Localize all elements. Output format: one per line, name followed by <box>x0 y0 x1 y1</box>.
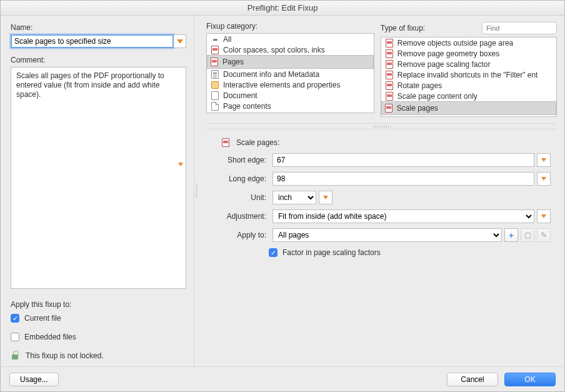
unit-label: Unit: <box>212 193 266 202</box>
txt-icon <box>211 70 219 79</box>
name-row <box>11 34 186 48</box>
lock-status: This fixup is not locked. <box>11 351 186 360</box>
apply-to-select[interactable]: All pages <box>272 228 502 242</box>
embedded-files-label: Embedded files <box>24 333 76 341</box>
fixup-type-item[interactable]: Remove objects outside page area <box>381 38 556 48</box>
section-header: Scale pages: <box>221 138 557 147</box>
fixup-type-item[interactable]: Remove page geometry boxes <box>381 48 556 59</box>
unit-select[interactable]: inch <box>272 191 316 204</box>
ok-button[interactable]: OK <box>504 373 556 386</box>
checkbox-icon: ✓ <box>269 248 278 257</box>
chevron-down-icon <box>178 163 183 175</box>
fixup-type-item[interactable]: Remove page scaling factor <box>381 59 556 69</box>
checkbox-icon <box>11 333 19 341</box>
long-edge-input[interactable] <box>272 172 534 186</box>
vertical-splitter[interactable] <box>194 16 199 366</box>
fixup-category-column: Fixup category: AllColor spaces, spot co… <box>206 22 374 117</box>
cancel-button[interactable]: Cancel <box>447 373 498 386</box>
add-page-filter-button[interactable]: ＋ <box>504 228 518 242</box>
comment-text: Scales all pages of the PDF proportional… <box>16 71 164 99</box>
pdf-icon <box>386 60 393 69</box>
fixup-type-item[interactable]: Scale page content only <box>381 91 556 101</box>
fixup-type-label: Type of fixup: <box>381 24 425 33</box>
list-item-label: Page contents <box>223 102 271 111</box>
dialog-footer: Usage... Cancel OK <box>1 366 564 391</box>
list-item-label: Scale page content only <box>398 92 478 101</box>
horizontal-splitter[interactable] <box>206 123 557 129</box>
apply-to-label: Apply this fixup to: <box>11 300 186 309</box>
list-item-label: Remove page geometry boxes <box>398 49 499 58</box>
pdf-icon <box>386 71 393 79</box>
name-label: Name: <box>11 23 186 32</box>
current-file-label: Current file <box>24 314 61 323</box>
fixup-type-item[interactable]: Scale pages <box>381 101 556 115</box>
category-item[interactable]: Color spaces, spot colors, inks <box>207 44 374 55</box>
unlock-icon[interactable] <box>11 351 19 360</box>
category-item[interactable]: All <box>207 34 374 44</box>
fixup-type-column: Type of fixup: Remove objects outside pa… <box>381 22 557 117</box>
short-edge-label: Short edge: <box>212 156 266 164</box>
name-input[interactable] <box>11 34 174 48</box>
comment-textarea[interactable]: Scales all pages of the PDF proportional… <box>11 67 186 289</box>
pdf-icon <box>211 58 218 66</box>
name-dropdown-button[interactable] <box>174 34 186 48</box>
form-icon <box>211 81 219 89</box>
current-file-checkbox[interactable]: ✓ Current file <box>11 314 186 323</box>
list-item-label: Replace invalid shortcuts in the "Filter… <box>398 71 538 79</box>
long-edge-variable-button[interactable] <box>537 172 551 186</box>
comment-variable-button[interactable] <box>178 166 183 176</box>
apply-to-label: Apply to: <box>212 231 266 239</box>
list-item-label: Scale pages <box>397 104 438 113</box>
list-item-label: Color spaces, spot colors, inks <box>223 46 325 54</box>
edit-page-filter-button: ✎ <box>537 228 551 242</box>
window-title: Preflight: Edit Fixup <box>1 1 564 16</box>
category-item[interactable]: Page contents <box>207 101 374 111</box>
copy-page-filter-button: ▢ <box>521 228 534 242</box>
pdf-icon <box>386 92 393 101</box>
fixup-type-list[interactable]: Remove objects outside page areaRemove p… <box>381 37 557 117</box>
adjustment-variable-button[interactable] <box>537 209 551 223</box>
form-grid: Short edge: Long edge: Unit: inch Adjust… <box>212 153 551 242</box>
pdf-icon <box>222 138 229 147</box>
fixup-category-list[interactable]: AllColor spaces, spot colors, inksPagesD… <box>206 33 374 113</box>
pdf-icon <box>386 49 393 58</box>
unit-variable-button[interactable] <box>319 191 332 204</box>
list-item-label: All <box>223 35 231 44</box>
category-item[interactable]: Interactive elements and properties <box>207 79 374 90</box>
adjustment-select[interactable]: Fit from inside (add white space) <box>272 209 534 223</box>
right-pane: Fixup category: AllColor spaces, spot co… <box>199 16 564 366</box>
chevron-down-icon <box>323 196 328 199</box>
pdf-icon <box>386 39 393 48</box>
preflight-edit-fixup-window: Preflight: Edit Fixup Name: Comment: Sca… <box>0 0 565 392</box>
short-edge-variable-button[interactable] <box>537 153 551 167</box>
category-item[interactable]: Document info and Metadata <box>207 69 374 79</box>
short-edge-input[interactable] <box>272 153 534 167</box>
adjustment-label: Adjustment: <box>212 212 266 221</box>
list-item-label: Interactive elements and properties <box>223 81 340 89</box>
chevron-down-icon <box>541 214 546 218</box>
list-item-label: Document info and Metadata <box>223 70 319 79</box>
chevron-down-icon <box>541 177 546 181</box>
pdf-icon <box>211 46 219 54</box>
list-item-label: Document <box>223 91 258 100</box>
usage-button[interactable]: Usage... <box>9 373 59 386</box>
doc-icon <box>211 91 219 100</box>
embedded-files-checkbox[interactable]: Embedded files <box>11 333 186 341</box>
left-pane: Name: Comment: Scales all pages of the P… <box>1 16 194 366</box>
long-edge-label: Long edge: <box>212 174 266 183</box>
pdf-icon <box>386 81 393 90</box>
comment-label: Comment: <box>11 56 186 64</box>
factor-checkbox[interactable]: ✓ Factor in page scaling factors <box>269 248 557 257</box>
checkbox-icon: ✓ <box>11 314 19 323</box>
list-item-label: Remove objects outside page area <box>398 39 513 48</box>
top-lists: Fixup category: AllColor spaces, spot co… <box>206 22 557 117</box>
list-item-label: Pages <box>222 58 244 66</box>
find-input[interactable] <box>482 22 557 34</box>
list-item-label: Rotate pages <box>398 81 442 90</box>
category-item[interactable]: Pages <box>207 55 374 69</box>
category-item[interactable]: Document <box>207 90 374 101</box>
fixup-type-item[interactable]: Rotate pages <box>381 80 556 91</box>
dots-icon <box>213 35 217 44</box>
chevron-down-icon <box>541 158 546 162</box>
fixup-type-item[interactable]: Replace invalid shortcuts in the "Filter… <box>381 69 556 80</box>
